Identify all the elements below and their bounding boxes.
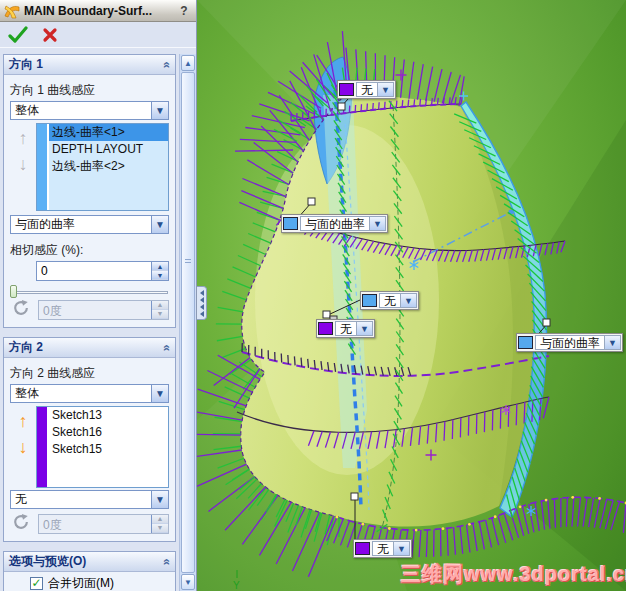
cancel-button[interactable] (42, 27, 58, 43)
panel-titlebar: MAIN Boundary-Surf... ? (0, 0, 196, 22)
callout-condition-value: 无 (336, 322, 356, 335)
panel-actions (0, 22, 196, 48)
chevron-down-icon[interactable]: ▼ (151, 491, 168, 508)
graphics-viewport[interactable]: Y 无▼与面的曲率▼无▼无▼与面的曲率▼无▼ 三维网www.3dportal.c… (197, 0, 626, 591)
chevron-down-icon[interactable]: ▼ (400, 294, 416, 307)
callout-bottom[interactable]: 无▼ (353, 539, 412, 558)
dir1-condition-combo[interactable]: 与面的曲率 ▼ (10, 215, 169, 234)
chevron-down-icon[interactable]: ▼ (151, 385, 168, 402)
list-item[interactable]: Sketch16 (49, 424, 168, 441)
group-direction1-title: 方向 1 (9, 56, 43, 73)
spin-up-icon[interactable]: ▲ (152, 262, 168, 271)
chevron-down-icon[interactable]: ▼ (356, 322, 372, 335)
dir2-condition-value: 无 (11, 491, 151, 508)
solidworks-window: MAIN Boundary-Surf... ? 方向 1 » 方向 1 曲线感应 (0, 0, 626, 591)
group-direction2: 方向 2 » 方向 2 曲线感应 整体 ▼ ↑ ↓ (3, 337, 176, 542)
list-item[interactable]: Sketch13 (49, 407, 168, 424)
group-direction2-title: 方向 2 (9, 339, 43, 356)
merge-tangent-label: 合并切面(M) (48, 575, 114, 591)
dir1-listbox[interactable]: 边线-曲率<1>DEPTH LAYOUT边线-曲率<2> (49, 124, 168, 210)
spin-down-icon: ▼ (152, 310, 168, 319)
group-direction1: 方向 1 » 方向 1 曲线感应 整体 ▼ ↑ ↓ (3, 54, 176, 328)
collapse-chevron-icon[interactable]: » (160, 344, 174, 351)
group-direction2-header[interactable]: 方向 2 » (4, 338, 175, 358)
dir1-move-down-button[interactable]: ↓ (19, 157, 28, 171)
slider-thumb[interactable] (10, 285, 17, 298)
dir2-move-up-button[interactable]: ↑ (19, 414, 28, 428)
scroll-down-icon[interactable]: ▼ (181, 574, 195, 590)
connector-color-swatch[interactable] (318, 322, 333, 335)
draft-angle-icon (10, 513, 32, 534)
ok-button[interactable] (8, 26, 28, 44)
chevron-down-icon[interactable]: ▼ (604, 336, 620, 349)
chevron-down-icon[interactable]: ▼ (151, 102, 168, 119)
dir1-move-up-button[interactable]: ↑ (19, 131, 28, 145)
dir2-influence-label: 方向 2 曲线感应 (10, 365, 169, 382)
dir1-influence-value: 整体 (11, 102, 151, 119)
callout-condition-value: 无 (380, 294, 400, 307)
callout-right-curvature[interactable]: 与面的曲率▼ (516, 333, 623, 352)
dir1-selection-strip (37, 124, 49, 210)
dir2-move-down-button[interactable]: ↓ (19, 440, 28, 454)
group-options-title: 选项与预览(O) (9, 553, 86, 570)
connector-color-swatch[interactable] (362, 294, 377, 307)
scroll-up-icon[interactable]: ▲ (181, 55, 195, 71)
panel-scrollbar[interactable]: ▲ ▼ (179, 54, 196, 591)
connector-color-swatch[interactable] (339, 83, 354, 96)
chevron-down-icon[interactable]: ▼ (377, 83, 393, 96)
dir1-tangent-spinner[interactable]: 0 ▲▼ (36, 261, 169, 281)
list-item[interactable]: 边线-曲率<1> (49, 124, 168, 141)
dir1-curve-list: 边线-曲率<1>DEPTH LAYOUT边线-曲率<2> (36, 123, 169, 211)
chevron-down-icon[interactable]: ▼ (369, 217, 385, 230)
dir1-tangent-slider[interactable] (10, 283, 169, 295)
dir2-listbox[interactable]: Sketch13Sketch16Sketch15 (49, 407, 168, 487)
group-options: 选项与预览(O) » ✓ 合并切面(M) (3, 551, 176, 591)
callout-mid-purple[interactable]: 无▼ (316, 319, 375, 338)
callout-left-curvature[interactable]: 与面的曲率▼ (281, 214, 388, 233)
dir1-influence-label: 方向 1 曲线感应 (10, 82, 169, 99)
group-options-header[interactable]: 选项与预览(O) » (4, 552, 175, 572)
chevron-down-icon[interactable]: ▼ (393, 542, 409, 555)
watermark-text: 三维网www.3dportal.cn (401, 561, 626, 588)
group-direction1-header[interactable]: 方向 1 » (4, 55, 175, 75)
list-item[interactable]: DEPTH LAYOUT (49, 141, 168, 158)
spin-down-icon[interactable]: ▼ (152, 271, 168, 280)
scrollbar-thumb[interactable] (181, 72, 195, 573)
dir1-tangent-value: 0 (37, 262, 151, 280)
connector-color-swatch[interactable] (283, 217, 298, 230)
callout-condition-value: 与面的曲率 (301, 217, 369, 230)
dir2-condition-combo[interactable]: 无 ▼ (10, 490, 169, 509)
property-manager-panel: MAIN Boundary-Surf... ? 方向 1 » 方向 1 曲线感应 (0, 0, 197, 591)
panel-title: MAIN Boundary-Surf... (24, 4, 172, 18)
dir2-angle-value: 0度 (39, 515, 151, 533)
connector-color-swatch[interactable] (518, 336, 533, 349)
list-item[interactable]: Sketch15 (49, 441, 168, 458)
spin-up-icon: ▲ (152, 301, 168, 310)
dir1-tangent-label: 相切感应 (%): (10, 242, 169, 259)
dir1-angle-value: 0度 (39, 301, 151, 319)
dir1-influence-combo[interactable]: 整体 ▼ (10, 101, 169, 120)
connector-color-swatch[interactable] (355, 542, 370, 555)
spin-down-icon: ▼ (152, 524, 168, 533)
dir1-condition-value: 与面的曲率 (11, 216, 151, 233)
list-item[interactable]: 边线-曲率<2> (49, 158, 168, 175)
callout-top[interactable]: 无▼ (337, 80, 396, 99)
chevron-down-icon[interactable]: ▼ (151, 216, 168, 233)
dir2-influence-combo[interactable]: 整体 ▼ (10, 384, 169, 403)
callout-condition-value: 无 (357, 83, 377, 96)
callout-condition-value: 无 (373, 542, 393, 555)
callout-mid-blue[interactable]: 无▼ (360, 291, 419, 310)
panel-splitter-handle[interactable] (197, 286, 207, 320)
dir2-influence-value: 整体 (11, 385, 151, 402)
boundary-surface-icon (4, 3, 20, 19)
dir2-curve-list: Sketch13Sketch16Sketch15 (36, 406, 169, 488)
spin-up-icon: ▲ (152, 515, 168, 524)
dir2-selection-strip (37, 407, 49, 487)
help-button[interactable]: ? (176, 4, 192, 18)
draft-angle-icon (10, 299, 32, 320)
merge-tangent-checkbox[interactable]: ✓ (30, 577, 43, 590)
callout-condition-value: 与面的曲率 (536, 336, 604, 349)
axis-y-label: Y (233, 580, 240, 591)
collapse-chevron-icon[interactable]: » (160, 558, 174, 565)
collapse-chevron-icon[interactable]: » (160, 61, 174, 68)
